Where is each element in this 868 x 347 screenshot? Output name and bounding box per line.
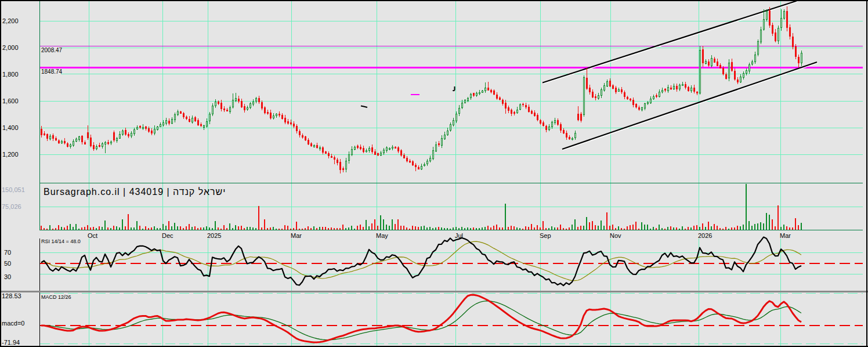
svg-text:Oct: Oct xyxy=(88,232,97,239)
svg-text:1,600: 1,600 xyxy=(2,97,19,104)
svg-text:75,026: 75,026 xyxy=(2,203,21,210)
svg-text:2008.47: 2008.47 xyxy=(41,47,63,53)
svg-text:30: 30 xyxy=(4,273,11,280)
svg-text:-71.94: -71.94 xyxy=(2,339,20,346)
svg-text:1,800: 1,800 xyxy=(2,71,19,78)
svg-text:Mar: Mar xyxy=(291,232,302,239)
svg-text:150,051: 150,051 xyxy=(2,186,25,193)
svg-text:Sep: Sep xyxy=(540,232,551,239)
svg-text:RSI 14/14 = 48.0: RSI 14/14 = 48.0 xyxy=(41,238,81,244)
svg-text:Mar: Mar xyxy=(780,232,791,239)
svg-text:2025: 2025 xyxy=(207,232,221,239)
svg-text:Jul: Jul xyxy=(455,232,463,239)
svg-text:Bursagraph.co.il | 434019 | יש: Bursagraph.co.il | 434019 | ישראל קנדה xyxy=(44,187,226,197)
svg-text:Nov: Nov xyxy=(610,232,621,239)
svg-text:50: 50 xyxy=(4,260,11,267)
svg-text:macd=0: macd=0 xyxy=(2,320,24,327)
svg-text:70: 70 xyxy=(4,249,11,256)
svg-text:1,200: 1,200 xyxy=(2,151,19,158)
svg-text:128.53: 128.53 xyxy=(2,292,21,299)
svg-text:2026: 2026 xyxy=(698,232,712,239)
svg-text:May: May xyxy=(376,232,388,239)
svg-text:MACD 12/26: MACD 12/26 xyxy=(41,294,71,300)
svg-text:2,000: 2,000 xyxy=(2,44,19,51)
svg-text:1848.74: 1848.74 xyxy=(41,68,63,75)
svg-text:Dec: Dec xyxy=(162,232,173,239)
svg-text:1,400: 1,400 xyxy=(2,124,19,131)
svg-text:2,200: 2,200 xyxy=(2,17,19,24)
